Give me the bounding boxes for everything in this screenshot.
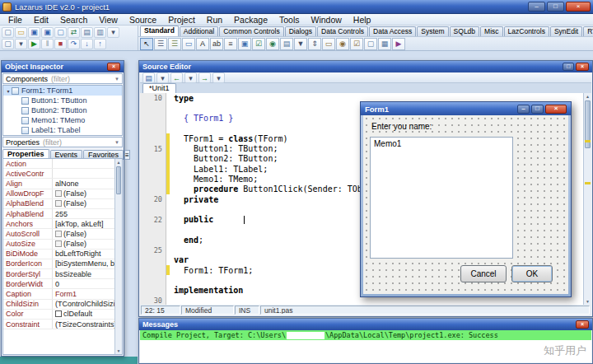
step-over-icon[interactable]: ↷ <box>68 39 80 49</box>
tgroupbox-icon[interactable]: ▭ <box>322 38 335 50</box>
close-button[interactable]: × <box>566 2 591 12</box>
property-row-borderstyl[interactable]: BorderStylbsSizeable <box>3 269 114 279</box>
tmemo-icon[interactable]: ≡ <box>224 38 237 50</box>
save-icon[interactable]: ▣ <box>28 27 40 38</box>
tscrollbar-icon[interactable]: ⇕ <box>308 38 321 50</box>
tree-item-memo1-tmemo[interactable]: Memo1: TMemo <box>3 115 122 125</box>
minimize-button[interactable]: – <box>528 2 545 12</box>
source-editor-close-button[interactable]: × <box>576 63 589 71</box>
tcombobox-icon[interactable]: ▼ <box>294 38 307 50</box>
palette-tab-dialogs[interactable]: Dialogs <box>285 26 316 36</box>
components-filter-input[interactable]: Components (filter) ▼ <box>2 73 123 84</box>
property-row-alphablend[interactable]: AlphaBlend(False) <box>3 199 114 209</box>
menu-dropdown-icon[interactable]: ▾ <box>107 27 119 38</box>
property-row-align[interactable]: AlignalNone <box>3 179 114 189</box>
forward-icon[interactable]: → <box>198 72 211 83</box>
menu-source[interactable]: Source <box>124 14 162 25</box>
tframe-icon[interactable]: ▦ <box>378 38 391 50</box>
menu-help[interactable]: Help <box>348 14 377 25</box>
menu-view[interactable]: View <box>93 14 124 25</box>
property-row-color[interactable]: ColorclDefault <box>3 310 114 320</box>
menu-edit[interactable]: Edit <box>28 14 54 25</box>
open-file-icon[interactable]: ▭ <box>15 27 27 38</box>
build-mode-icon[interactable]: ▢ <box>2 39 14 49</box>
view-units-icon[interactable]: ▤ <box>81 27 93 38</box>
form-titlebar[interactable]: Form1 – □ × <box>361 102 571 115</box>
tcheckbox-icon[interactable]: ☑ <box>252 38 265 50</box>
object-inspector-close-button[interactable]: × <box>107 63 120 71</box>
form-close-button[interactable]: × <box>545 105 567 114</box>
tlabel-icon[interactable]: A <box>196 38 209 50</box>
property-row-borderwidt[interactable]: BorderWidt0 <box>3 279 114 289</box>
property-row-autoscroll[interactable]: AutoScroll(False) <box>3 229 114 239</box>
new-form-icon[interactable]: ▢ <box>54 27 67 38</box>
scroll-up-icon[interactable]: ▲ <box>584 93 591 100</box>
cancel-button[interactable]: Cancel <box>460 265 507 282</box>
property-row-bordericon[interactable]: BorderIcon[biSystemMenu, biMi <box>3 259 114 269</box>
property-row-bidimode[interactable]: BiDiModebdLeftToRight <box>3 250 114 259</box>
source-editor-titlebar[interactable]: Source Editor □ × <box>139 61 592 72</box>
toggle-form-unit-icon[interactable]: ⇄ <box>68 27 80 38</box>
palette-tab-additional[interactable]: Additional <box>180 26 218 36</box>
property-row-action[interactable]: Action <box>3 159 114 169</box>
forward-dropdown-icon[interactable]: ▾ <box>212 72 225 83</box>
palette-tab-rtti[interactable]: RTTI <box>583 26 593 36</box>
tree-item-button2-tbutton[interactable]: Button2: TButton <box>3 105 122 115</box>
tradiobutton-icon[interactable]: ◉ <box>266 38 279 50</box>
oi-tabs-menu-icon[interactable]: ≡ <box>124 150 130 160</box>
tbutton-icon[interactable]: ▭ <box>182 38 195 50</box>
form-designer-window[interactable]: Form1 – □ × Enter you name: Memo1 Cancel… <box>360 101 572 297</box>
property-row-caption[interactable]: CaptionForm1 <box>3 289 114 299</box>
select-pointer-icon[interactable]: ↖ <box>140 38 153 50</box>
property-row-activecontr[interactable]: ActiveContr <box>3 169 114 179</box>
palette-tab-standard[interactable]: Standard <box>140 26 179 36</box>
property-row-alphablend[interactable]: AlphaBlend255 <box>3 209 114 219</box>
tradiogroup-icon[interactable]: ◉ <box>336 38 349 50</box>
menu-file[interactable]: File <box>2 14 28 25</box>
new-unit-icon[interactable]: ▢ <box>2 27 14 38</box>
filter-dropdown-icon[interactable]: ▼ <box>114 77 119 82</box>
tactionlist-icon[interactable]: ▶ <box>392 38 405 50</box>
form-canvas[interactable]: Enter you name: Memo1 Cancel OK <box>363 115 568 294</box>
tcheckgroup-icon[interactable]: ☑ <box>350 38 363 50</box>
tpopupmenu-icon[interactable]: ☰ <box>168 38 181 50</box>
tree-item-label1-tlabel[interactable]: Label1: TLabel <box>3 125 122 135</box>
view-forms-icon[interactable]: ▥ <box>94 27 106 38</box>
scroll-up-icon[interactable]: ▲ <box>115 159 122 166</box>
ok-button[interactable]: OK <box>511 265 553 282</box>
form-minimize-button[interactable]: – <box>517 105 530 114</box>
property-grid-scrollbar[interactable]: ▲ ▼ <box>114 159 122 354</box>
step-out-icon[interactable]: ↑ <box>94 39 106 49</box>
build-mode-dropdown-icon[interactable]: ▾ <box>15 39 27 49</box>
tree-item-form1-tform1[interactable]: ▾Form1: TForm1 <box>3 86 122 96</box>
save-all-icon[interactable]: ▣ <box>41 27 54 38</box>
unit-dropdown-icon[interactable]: ▾ <box>156 72 169 83</box>
unit-page-icon[interactable]: ▤ <box>142 72 155 83</box>
property-row-autosize[interactable]: AutoSize(False) <box>3 240 114 250</box>
back-icon[interactable]: ← <box>170 72 183 83</box>
editor-scrollbar[interactable]: ▲ ▼ <box>583 93 591 305</box>
tree-item-button1-tbutton[interactable]: Button1: TButton <box>3 96 122 105</box>
palette-tab-synedit[interactable]: SynEdit <box>550 26 582 36</box>
menu-project[interactable]: Project <box>162 14 201 25</box>
stop-icon[interactable]: ■ <box>54 39 67 49</box>
property-row-anchors[interactable]: Anchors[akTop, akLeft] <box>3 219 114 229</box>
tpanel-icon[interactable]: ▢ <box>364 38 377 50</box>
menu-search[interactable]: Search <box>54 14 93 25</box>
menu-tools[interactable]: Tools <box>273 14 306 25</box>
palette-tab-data-access[interactable]: Data Access <box>369 26 416 36</box>
scroll-down-icon[interactable]: ▼ <box>115 348 122 354</box>
palette-tab-common-controls[interactable]: Common Controls <box>219 26 284 36</box>
maximize-button[interactable]: □ <box>547 2 564 12</box>
checkbox-icon[interactable] <box>55 190 62 197</box>
messages-titlebar[interactable]: Messages × <box>139 319 592 330</box>
messages-close-button[interactable]: × <box>576 320 589 329</box>
ttogglebox-icon[interactable]: ▣ <box>238 38 251 50</box>
name-label[interactable]: Enter you name: <box>371 122 432 131</box>
palette-tab-misc[interactable]: Misc <box>480 26 502 36</box>
pause-icon[interactable]: ‖ <box>41 39 54 49</box>
title-bar[interactable]: Lazarus IDE v2.0 - project1 – □ × <box>0 0 593 14</box>
checkbox-icon[interactable] <box>55 200 62 207</box>
checkbox-icon[interactable] <box>55 240 62 247</box>
menu-run[interactable]: Run <box>201 14 228 25</box>
